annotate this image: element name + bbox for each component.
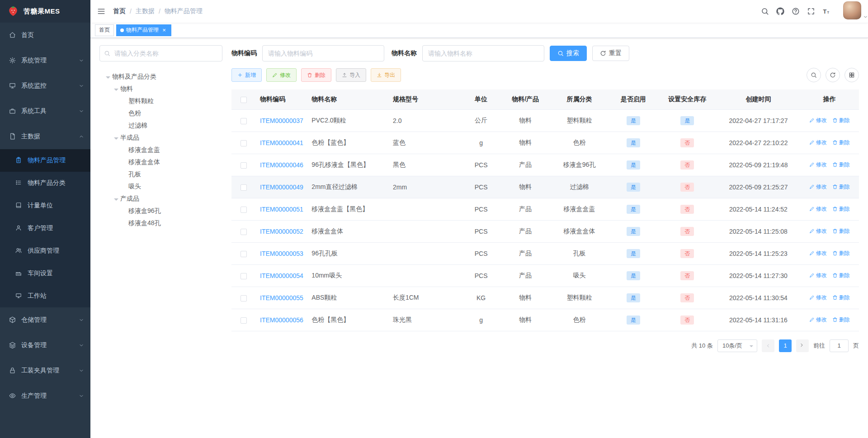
search-button[interactable] xyxy=(757,0,773,23)
row-delete-button[interactable]: 删除 xyxy=(832,139,850,146)
row-delete-button[interactable]: 删除 xyxy=(832,294,850,301)
close-icon[interactable]: × xyxy=(161,27,167,33)
row-delete-button[interactable]: 删除 xyxy=(832,272,850,279)
caret-down-icon[interactable] xyxy=(112,197,120,201)
tab-物料产品管理[interactable]: 物料产品管理× xyxy=(116,24,171,36)
row-checkbox[interactable] xyxy=(241,184,247,191)
tree-node-塑料颗粒[interactable]: 塑料颗粒 xyxy=(99,95,222,107)
row-edit-button[interactable]: 修改 xyxy=(809,272,827,279)
fullscreen-button[interactable] xyxy=(803,0,819,23)
sidebar-item-工装夹具管理[interactable]: 工装夹具管理 xyxy=(0,358,90,383)
tree-node-移液盒盒盖[interactable]: 移液盒盒盖 xyxy=(99,144,222,156)
page-1-button[interactable]: 1 xyxy=(779,339,792,352)
row-checkbox[interactable] xyxy=(241,229,247,235)
row-edit-button[interactable]: 修改 xyxy=(809,205,827,213)
caret-down-icon[interactable] xyxy=(112,87,120,91)
next-page-button[interactable] xyxy=(796,339,809,352)
caret-down-icon[interactable] xyxy=(104,75,112,79)
export-button[interactable]: 导出 xyxy=(371,68,401,82)
page-size-select[interactable]: 10条/页 xyxy=(717,339,757,352)
tree-node-物料[interactable]: 物料 xyxy=(99,83,222,95)
row-checkbox[interactable] xyxy=(241,295,247,301)
goto-page-input[interactable] xyxy=(830,339,849,352)
row-checkbox[interactable] xyxy=(241,162,247,169)
delete-button[interactable]: 删除 xyxy=(301,68,331,82)
row-delete-button[interactable]: 删除 xyxy=(832,117,850,124)
item-code-link[interactable]: ITEM00000054 xyxy=(260,272,303,279)
sidebar-item-系统工具[interactable]: 系统工具 xyxy=(0,99,90,124)
row-delete-button[interactable]: 删除 xyxy=(832,183,850,191)
tree-node-移液盒96孔[interactable]: 移液盒96孔 xyxy=(99,205,222,217)
item-code-link[interactable]: ITEM00000049 xyxy=(260,184,303,191)
row-delete-button[interactable]: 删除 xyxy=(832,227,850,235)
search-button[interactable]: 搜索 xyxy=(550,46,587,61)
tree-node-吸头[interactable]: 吸头 xyxy=(99,180,222,193)
select-all-checkbox[interactable] xyxy=(241,97,247,103)
sidebar-item-供应商管理[interactable]: 供应商管理 xyxy=(0,240,90,262)
tree-node-移液盒48孔[interactable]: 移液盒48孔 xyxy=(99,217,222,229)
tree-node-物料及产品分类[interactable]: 物料及产品分类 xyxy=(99,71,222,83)
row-delete-button[interactable]: 删除 xyxy=(832,161,850,169)
fontsize-button[interactable]: TT xyxy=(819,0,834,23)
tree-node-移液盒盒体[interactable]: 移液盒盒体 xyxy=(99,156,222,168)
refresh-button[interactable] xyxy=(826,68,840,82)
import-button[interactable]: 导入 xyxy=(336,68,366,82)
row-delete-button[interactable]: 删除 xyxy=(832,205,850,213)
row-checkbox[interactable] xyxy=(241,317,247,324)
row-edit-button[interactable]: 修改 xyxy=(809,139,827,146)
row-edit-button[interactable]: 修改 xyxy=(809,117,827,124)
item-code-link[interactable]: ITEM00000046 xyxy=(260,161,303,169)
row-checkbox[interactable] xyxy=(241,251,247,257)
edit-button[interactable]: 修改 xyxy=(266,68,297,82)
sidebar-item-仓储管理[interactable]: 仓储管理 xyxy=(0,307,90,333)
category-search-input[interactable] xyxy=(99,45,222,61)
item-code-link[interactable]: ITEM00000053 xyxy=(260,250,303,257)
question-button[interactable] xyxy=(788,0,803,23)
toggle-search-button[interactable] xyxy=(807,68,821,82)
row-edit-button[interactable]: 修改 xyxy=(809,161,827,169)
item-code-link[interactable]: ITEM00000051 xyxy=(260,206,303,213)
caret-down-icon[interactable] xyxy=(112,136,120,140)
item-code-link[interactable]: ITEM00000052 xyxy=(260,228,303,235)
row-edit-button[interactable]: 修改 xyxy=(809,183,827,191)
sidebar-item-物料产品分类[interactable]: 物料产品分类 xyxy=(0,172,90,194)
sidebar-toggle-button[interactable] xyxy=(90,0,112,23)
code-input[interactable] xyxy=(262,45,384,61)
row-edit-button[interactable]: 修改 xyxy=(809,227,827,235)
sidebar-item-生产管理[interactable]: 生产管理 xyxy=(0,383,90,409)
sidebar-item-客户管理[interactable]: 客户管理 xyxy=(0,217,90,240)
sidebar-item-设备管理[interactable]: 设备管理 xyxy=(0,333,90,358)
row-delete-button[interactable]: 删除 xyxy=(832,316,850,324)
github-button[interactable] xyxy=(773,0,788,23)
tree-node-产成品[interactable]: 产成品 xyxy=(99,193,222,205)
breadcrumb-item[interactable]: 主数据 xyxy=(136,7,155,15)
user-menu[interactable] xyxy=(843,1,868,21)
tree-node-色粉[interactable]: 色粉 xyxy=(99,107,222,119)
sidebar-item-车间设置[interactable]: 车间设置 xyxy=(0,262,90,285)
row-delete-button[interactable]: 删除 xyxy=(832,250,850,257)
sidebar-item-系统监控[interactable]: 系统监控 xyxy=(0,73,90,99)
tab-首页[interactable]: 首页 xyxy=(95,24,114,36)
avatar[interactable] xyxy=(843,1,861,19)
sidebar-item-工作站[interactable]: 工作站 xyxy=(0,285,90,307)
row-checkbox[interactable] xyxy=(241,118,247,124)
row-checkbox[interactable] xyxy=(241,273,247,279)
row-edit-button[interactable]: 修改 xyxy=(809,316,827,324)
app-logo[interactable]: 苦糖果MES xyxy=(0,0,90,23)
item-code-link[interactable]: ITEM00000055 xyxy=(260,294,303,301)
reset-button[interactable]: 重置 xyxy=(592,46,629,61)
prev-page-button[interactable] xyxy=(762,339,774,352)
tree-node-半成品[interactable]: 半成品 xyxy=(99,132,222,144)
sidebar-item-计量单位[interactable]: 计量单位 xyxy=(0,194,90,217)
item-code-link[interactable]: ITEM00000037 xyxy=(260,117,303,124)
sidebar-item-系统管理[interactable]: 系统管理 xyxy=(0,48,90,73)
row-checkbox[interactable] xyxy=(241,140,247,146)
row-edit-button[interactable]: 修改 xyxy=(809,294,827,301)
sidebar-item-首页[interactable]: 首页 xyxy=(0,23,90,48)
tree-node-过滤棉[interactable]: 过滤棉 xyxy=(99,119,222,132)
tree-node-孔板[interactable]: 孔板 xyxy=(99,168,222,180)
row-edit-button[interactable]: 修改 xyxy=(809,250,827,257)
name-input[interactable] xyxy=(422,45,544,61)
sidebar-item-物料产品管理[interactable]: 物料产品管理 xyxy=(0,149,90,172)
item-code-link[interactable]: ITEM00000056 xyxy=(260,316,303,324)
